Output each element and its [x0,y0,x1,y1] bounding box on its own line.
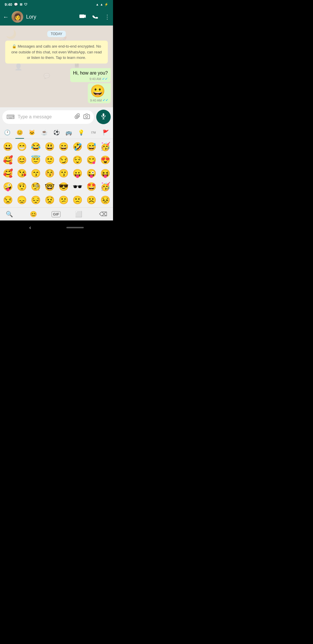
emoji-party[interactable]: 🥳 [99,140,112,153]
header-actions: ⋮ [79,13,110,21]
emoji-unamused[interactable]: 😒 [1,193,14,206]
status-icon-message: 💬 [14,3,18,6]
nav-back-button[interactable]: ‹ [29,225,31,231]
status-time: 9:40 [5,2,12,7]
wifi-icon: ▲ [96,3,99,6]
emoji-squint-tongue[interactable]: 😝 [99,167,112,180]
tab-objects[interactable]: 💡 [75,126,87,139]
camera-icon[interactable] [83,113,90,121]
tab-animals[interactable]: 🐱 [26,126,38,139]
emoji-grid: 😀 😁 😂 😃 😄 🤣 😅 🥳 🥰 😊 😇 🙂 😏 😌 😋 😍 🥰 😘 😙 😚 … [0,139,113,207]
emoji-yum[interactable]: 😋 [85,153,98,166]
message-meta-1: 9:40 AM ✔✔ [73,77,108,81]
emoji-kiss-smiling[interactable]: 😚 [43,167,56,180]
message-bubble-sent-1: Hi, how are you? 9:40 AM ✔✔ [70,68,111,82]
contact-avatar[interactable]: 👩 [12,11,23,23]
emoji-confused[interactable]: 😕 [57,193,70,206]
tab-symbols[interactable]: !?# [87,128,99,137]
emoji-disappointed[interactable]: 😞 [15,193,28,206]
status-left: 9:40 💬 ⊞ 🛡 [5,2,27,7]
contact-name[interactable]: Lory [26,14,77,20]
sticker-icon[interactable]: ⬜ [73,209,85,219]
emoji-sweat-smile[interactable]: 🤣 [71,140,84,153]
emoji-cool[interactable]: 😎 [57,180,70,193]
emoji-zany[interactable]: 🤪 [1,180,14,193]
more-options-button[interactable]: ⋮ [104,13,110,20]
emoji-joy[interactable]: 😂 [29,140,42,153]
message-input[interactable]: Type a message [18,114,71,120]
emoji-wink-tongue[interactable]: 😜 [85,167,98,180]
emoji-halo[interactable]: 😇 [29,153,42,166]
message-row: Hi, how are you? 9:40 AM ✔✔ [2,68,111,82]
emoji-rolling-laugh[interactable]: 😅 [85,140,98,153]
keyboard-bottom-bar: 🔍 😊 GIF ⬜ ⌫ [0,207,113,220]
message-emoji: 😀 [90,84,108,98]
emoji-slightly-frown[interactable]: 🙁 [71,193,84,206]
tab-travel[interactable]: 🚌 [63,126,75,139]
avatar-image: 👩 [12,11,23,23]
battery-icon: ⚡ [104,3,108,6]
emoji-party-face[interactable]: 🥳 [99,180,112,193]
svg-rect-1 [103,113,104,116]
emoji-relieved[interactable]: 😌 [71,153,84,166]
emoji-pensive[interactable]: 😔 [29,193,42,206]
tab-food[interactable]: ☕ [38,126,50,139]
emoji-kissing[interactable]: 😙 [29,167,42,180]
message-input-wrap[interactable]: ⌨ Type a message [2,110,94,124]
signal-icon: ▲ [100,3,103,6]
nav-home-pill[interactable] [66,227,84,228]
tab-recent[interactable]: 🕐 [1,126,13,139]
status-right: ▲ ▲ ⚡ [96,3,108,6]
phone-call-button[interactable] [92,13,99,21]
emoji-smiley-icon[interactable]: 😊 [28,209,39,219]
emoji-slightly-smile[interactable]: 🙂 [43,153,56,166]
emoji-tongue[interactable]: 😛 [71,167,84,180]
emoji-star-struck[interactable]: 🤩 [85,180,98,193]
status-bar: 9:40 💬 ⊞ 🛡 ▲ ▲ ⚡ [0,0,113,8]
encryption-notice[interactable]: 🔒 Messages and calls are end-to-end encr… [5,41,108,64]
emoji-beaming[interactable]: 😁 [15,140,28,153]
emoji-smile[interactable]: 😊 [15,153,28,166]
status-icon-shield: 🛡 [24,3,27,6]
emoji-persevering[interactable]: 😣 [99,193,112,206]
emoji-frown[interactable]: ☹️ [85,193,98,206]
emoji-smiling-heart[interactable]: 🥰 [1,153,14,166]
message-row-emoji: 😀 9:40 AM ✔✔ [2,83,111,103]
emoji-grin[interactable]: 😃 [43,140,56,153]
video-call-button[interactable] [79,13,86,21]
keyboard-toggle-icon[interactable]: ⌨ [6,113,15,120]
emoji-tabs: 🕐 😊 🐱 ☕ ⚽ 🚌 💡 !?# 🚩 [0,126,113,139]
mic-icon [100,113,107,121]
emoji-monocle[interactable]: 🧐 [29,180,42,193]
mic-button[interactable] [96,110,111,124]
emoji-keyboard: 🕐 😊 🐱 ☕ ⚽ 🚌 💡 !?# 🚩 😀 😁 😂 😃 😄 🤣 😅 🥳 🥰 😊 [0,126,113,220]
emoji-nerd[interactable]: 🤓 [43,180,56,193]
message-time-emoji: 9:40 AM [90,99,102,102]
emoji-worried[interactable]: 😟 [43,193,56,206]
emoji-sunglasses[interactable]: 🕶️ [71,180,84,193]
emoji-search-icon[interactable]: 🔍 [3,209,15,219]
phone-container: 9:40 💬 ⊞ 🛡 ▲ ▲ ⚡ ← 👩 Lory [0,0,113,234]
emoji-raised-eyebrow[interactable]: 🤨 [15,180,28,193]
chat-messages-area: TODAY 🔒 Messages and calls are end-to-en… [0,26,113,107]
svg-point-0 [85,115,88,117]
tab-flags[interactable]: 🚩 [100,126,112,139]
emoji-smirk[interactable]: 😏 [57,153,70,166]
emoji-laugh[interactable]: 😄 [57,140,70,153]
message-time-1: 9:40 AM [90,77,101,81]
emoji-kiss-wink[interactable]: 😘 [15,167,28,180]
delete-key[interactable]: ⌫ [97,209,110,219]
tab-smileys[interactable]: 😊 [13,126,26,139]
emoji-heart-face[interactable]: 🥰 [1,167,14,180]
back-button[interactable]: ← [3,14,9,20]
emoji-grinning[interactable]: 😀 [1,140,14,153]
message-text-1: Hi, how are you? [73,70,108,76]
double-tick-1: ✔✔ [102,77,108,81]
tab-activities[interactable]: ⚽ [50,126,63,139]
date-badge: TODAY [2,31,111,37]
emoji-heart-eyes[interactable]: 😍 [99,153,112,166]
gif-button[interactable]: GIF [52,211,61,217]
status-icon-layers: ⊞ [20,3,22,6]
emoji-kiss-simple[interactable]: 😗 [57,167,70,180]
attach-icon[interactable] [74,113,81,121]
